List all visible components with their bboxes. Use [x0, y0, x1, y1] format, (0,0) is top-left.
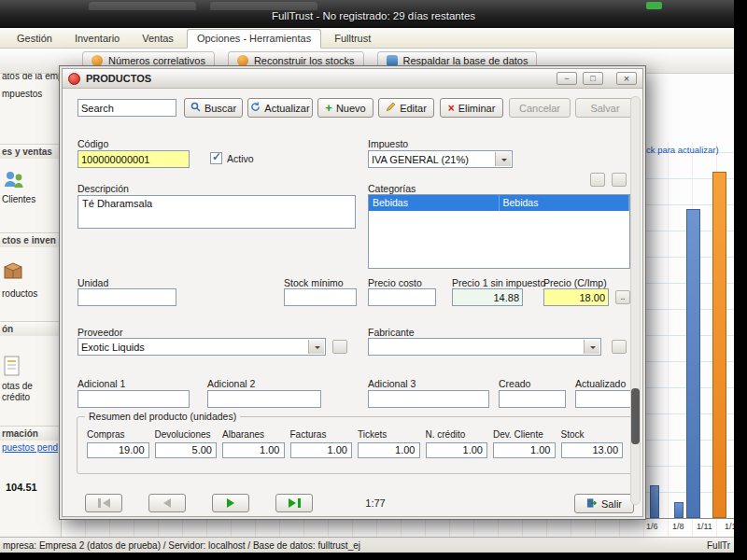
salir-button[interactable]: Salir	[574, 494, 634, 513]
categoria-small-button-1[interactable]	[590, 173, 605, 187]
dialog-maximize-button[interactable]	[583, 72, 603, 85]
first-record-button[interactable]	[85, 494, 122, 512]
screen-right-border	[734, 0, 747, 560]
x-axis-label: 1/6	[646, 522, 658, 531]
productos-dialog-title: PRODUCTOS	[86, 73, 151, 84]
impuesto-select[interactable]: IVA GENERAL (21%)	[368, 150, 513, 168]
descripcion-field[interactable]: Té Dharamsala	[78, 195, 356, 229]
sidebar-item-impuestos[interactable]: mpuestos	[2, 89, 42, 99]
fabricante-select[interactable]	[368, 338, 601, 356]
editar-label: Editar	[400, 103, 427, 114]
resumen-title: Resumen del producto (unidades)	[85, 411, 240, 422]
sidebar-header-compras-ventas: es y ventas	[0, 144, 61, 159]
categoria-small-button-2[interactable]	[612, 173, 627, 187]
resumen-label: Tickets	[358, 429, 420, 440]
descripcion-label: Descripción	[78, 183, 129, 194]
creado-field[interactable]	[499, 390, 566, 408]
precio-cimp-field[interactable]	[543, 288, 609, 306]
sidebar-amount: 104.51	[6, 482, 37, 493]
tab-fulltrust[interactable]: Fulltrust	[325, 30, 380, 48]
productos-dialog-body: Buscar Actualizar + Nuevo Editar	[63, 89, 642, 516]
categoria-cell-2: Bebidas	[500, 195, 630, 211]
chart-bar-blue-small-2	[674, 502, 684, 518]
actualizar-button[interactable]: Actualizar	[247, 98, 313, 118]
sidebar-item-impuestos-pendientes[interactable]: puestos pend	[2, 442, 58, 453]
tab-gestion[interactable]: Gestión	[7, 30, 62, 48]
resumen-value: 1.00	[222, 442, 285, 458]
tab-opciones-herramientas[interactable]: Opciones - Herramientas	[187, 29, 321, 49]
salvar-label: Salvar	[590, 103, 619, 114]
adicional1-field[interactable]	[78, 390, 190, 408]
refresh-icon	[250, 102, 261, 114]
app-titlebar: FullTrust - No registrado: 29 días resta…	[0, 0, 747, 28]
next-record-button[interactable]	[212, 494, 249, 512]
sidebar-item-clientes[interactable]: Clientes	[2, 194, 35, 204]
triangle-right-icon	[289, 498, 296, 508]
categorias-label: Categorías	[368, 183, 416, 194]
record-counter: 1:77	[343, 497, 408, 509]
stock-minimo-field[interactable]	[284, 288, 357, 306]
productos-dialog-titlebar[interactable]: PRODUCTOS	[63, 69, 642, 89]
desktop: FullTrust - No registrado: 29 días resta…	[0, 0, 747, 560]
search-input[interactable]	[78, 99, 176, 117]
resumen-col-albaranes: Albaranes 1.00	[222, 429, 285, 458]
editar-button[interactable]: Editar	[378, 98, 434, 118]
chart-bar-orange	[712, 172, 726, 518]
clientes-icon	[2, 168, 26, 196]
resumen-label: Dev. Cliente	[493, 429, 556, 440]
salvar-button[interactable]: Salvar	[575, 98, 635, 118]
precio-more-button[interactable]	[615, 290, 630, 304]
menu-tab-bar: Gestión Inventario Ventas Opciones - Her…	[0, 28, 747, 49]
tab-ventas[interactable]: Ventas	[133, 30, 183, 48]
fabricante-more-button[interactable]	[612, 340, 627, 354]
precio1-field[interactable]	[452, 288, 523, 306]
buscar-label: Buscar	[204, 103, 236, 114]
proveedor-select[interactable]: Exotic Liquids	[78, 338, 326, 356]
previous-record-button[interactable]	[148, 494, 186, 512]
resumen-col-stock: Stock 13.00	[561, 429, 624, 458]
dialog-close-button[interactable]	[616, 72, 637, 85]
sidebar-item-notas-credito-2[interactable]: crédito	[2, 392, 30, 402]
screen-bottom-border	[0, 553, 747, 560]
unidad-field[interactable]	[78, 288, 176, 306]
title-tab-shape	[89, 2, 196, 10]
resumen-value: 13.00	[561, 442, 624, 458]
adicional2-field[interactable]	[207, 390, 321, 408]
last-record-icon	[298, 498, 301, 508]
resumen-value: 5.00	[155, 442, 218, 458]
resumen-col-facturas: Facturas 1.00	[290, 429, 353, 458]
status-connection-info: mpresa: Empresa 2 (datos de prueba) / Se…	[3, 540, 360, 551]
resumen-label: Stock	[561, 429, 624, 440]
categoria-selected-row[interactable]: Bebidas Bebidas	[369, 195, 629, 211]
update-link[interactable]: ck para actualizar)	[646, 145, 719, 155]
actualizado-field[interactable]	[575, 390, 633, 408]
search-icon	[190, 102, 201, 114]
activo-checkbox[interactable]	[210, 152, 222, 164]
chart-bar-blue	[686, 209, 700, 518]
precio1-label: Precio 1 sin impuesto	[452, 277, 545, 288]
nuevo-label: Nuevo	[336, 103, 366, 114]
nuevo-button[interactable]: + Nuevo	[317, 98, 374, 118]
precio-costo-label: Precio costo	[368, 277, 422, 288]
buscar-button[interactable]: Buscar	[184, 98, 243, 118]
x-axis-label: 1/8	[672, 522, 684, 531]
resumen-value: 1.00	[493, 442, 556, 458]
precio-costo-field[interactable]	[368, 288, 436, 306]
categoria-cell-1: Bebidas	[369, 195, 500, 211]
green-indicator-icon	[646, 2, 662, 9]
adicional3-field[interactable]	[368, 390, 489, 408]
eliminar-button[interactable]: × Eliminar	[440, 98, 503, 118]
dialog-scrollbar-thumb[interactable]	[631, 388, 640, 444]
codigo-field[interactable]	[78, 150, 190, 168]
tab-inventario[interactable]: Inventario	[65, 30, 129, 48]
activo-label: Activo	[227, 153, 254, 164]
last-record-button[interactable]	[275, 494, 313, 512]
sidebar-item-notas-credito[interactable]: otas de	[2, 381, 33, 391]
cancelar-button[interactable]: Cancelar	[509, 98, 571, 118]
proveedor-value: Exotic Liquids	[81, 342, 145, 353]
triangle-left-icon	[103, 498, 110, 508]
sidebar-item-productos[interactable]: roductos	[2, 288, 37, 299]
dialog-minimize-button[interactable]	[557, 72, 577, 85]
proveedor-more-button[interactable]	[332, 340, 347, 354]
resumen-col-ncredito: N. crédito 1.00	[426, 429, 488, 458]
